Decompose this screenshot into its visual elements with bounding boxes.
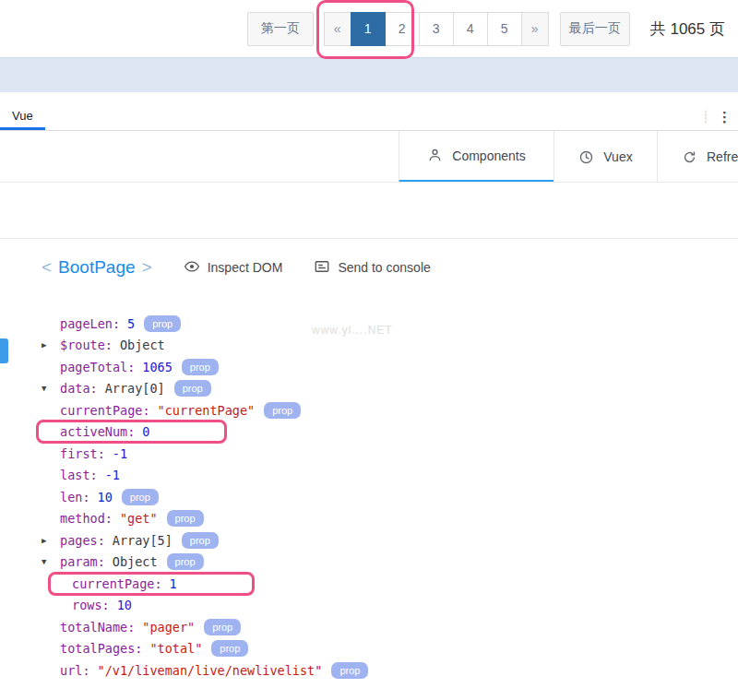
components-icon: [427, 148, 443, 163]
prop-row: pageTotal1065prop: [42, 356, 738, 378]
devtools-tab-vuex[interactable]: Vuex: [554, 131, 657, 183]
devtools-toolbar: ComponentsVuexRefresh: [0, 131, 738, 183]
selected-component-title[interactable]: <BootPage>: [42, 257, 152, 278]
disclosure-triangle-icon[interactable]: ▶: [42, 536, 60, 545]
inspect-dom-label: Inspect DOM: [208, 260, 283, 275]
eye-icon: [184, 258, 200, 278]
prop-value: Object: [120, 338, 165, 352]
prop-badge: prop: [167, 510, 204, 527]
prop-value: 10: [117, 598, 132, 612]
prop-key: $route: [60, 338, 113, 352]
prop-row: last-1: [42, 465, 738, 487]
tab-vue[interactable]: Vue: [0, 103, 45, 130]
prop-value: Array[5]: [113, 533, 173, 548]
devtools-tab-label: Components: [452, 148, 525, 163]
next-page-button[interactable]: »: [521, 12, 549, 46]
prop-key: totalPages: [60, 641, 142, 656]
page-button-1[interactable]: 1: [351, 12, 386, 46]
prop-value: Array[0]: [105, 381, 165, 396]
prop-key: totalName: [60, 620, 135, 635]
overflow-menu-icon[interactable]: ⋮: [718, 109, 732, 125]
prop-value: "currentPage": [158, 403, 256, 418]
page-number-group: «12345»: [325, 12, 549, 46]
prop-row: ▶$routeObject: [42, 335, 738, 357]
prop-value: 1065: [142, 360, 173, 374]
angle-close: >: [142, 257, 152, 277]
prop-badge: prop: [204, 619, 241, 635]
component-name: BootPage: [58, 257, 135, 277]
disclosure-triangle-icon[interactable]: ▼: [42, 384, 60, 393]
page-button-3[interactable]: 3: [419, 12, 454, 46]
prop-row: pageLen5prop: [42, 313, 738, 335]
prop-row: totalPages"total"prop: [42, 638, 738, 660]
prop-row: url"/v1/liveman/live/newlivelist"prop: [42, 659, 738, 682]
divider-dots-icon: ┊: [702, 110, 709, 124]
prev-page-button[interactable]: «: [324, 12, 351, 46]
prop-content: ▼paramObjectprop: [42, 553, 204, 570]
highlight-annotation: currentPage1: [54, 576, 177, 591]
prop-content: last-1: [42, 468, 120, 482]
devtools-toolbar-tabs: ComponentsVuexRefresh: [399, 131, 738, 183]
prop-key: len: [60, 490, 90, 504]
prop-badge: prop: [174, 380, 211, 397]
send-to-console-button[interactable]: Send to console: [314, 258, 430, 278]
prop-row: first-1: [42, 443, 738, 465]
prop-value: Object: [113, 554, 158, 569]
prop-content: ▼dataArray[0]prop: [42, 380, 211, 397]
refresh-icon: [682, 149, 697, 165]
devtools-panel-tabbar: Vue ┊ ⋮: [0, 103, 738, 131]
prop-content: pageLen5prop: [42, 315, 181, 332]
prop-value: 1: [170, 576, 177, 591]
prop-value: 5: [127, 316, 135, 331]
prop-badge: prop: [331, 662, 368, 679]
prop-badge: prop: [122, 489, 159, 505]
prop-row: len10prop: [42, 486, 738, 508]
disclosure-triangle-icon[interactable]: ▼: [42, 557, 60, 566]
screen: 第一页 «12345» 最后一页 共 1065 页 Vue ┊ ⋮ Compon…: [0, 0, 738, 700]
prop-content: ▶pagesArray[5]prop: [42, 532, 219, 549]
prop-badge: prop: [167, 553, 204, 570]
send-to-console-label: Send to console: [338, 260, 430, 275]
total-pages-label: 共 1065 页: [650, 18, 725, 40]
prop-content: pageTotal1065prop: [42, 359, 219, 375]
vuex-icon: [578, 149, 594, 165]
disclosure-triangle-icon[interactable]: ▶: [42, 340, 60, 350]
devtools-tab-components[interactable]: Components: [399, 131, 554, 183]
prop-key: last: [60, 468, 98, 482]
prop-row: activeNum0: [42, 421, 738, 444]
tab-vue-label: Vue: [12, 109, 33, 123]
prop-key: url: [60, 663, 90, 678]
page-button-4[interactable]: 4: [453, 12, 488, 46]
prop-badge: prop: [264, 402, 301, 419]
prop-row: method"get"prop: [42, 508, 738, 530]
drawer-handle[interactable]: [0, 338, 8, 363]
first-page-button[interactable]: 第一页: [247, 12, 314, 46]
prop-value: 0: [142, 424, 149, 439]
highlight-annotation: activeNum0: [42, 424, 149, 439]
devtools-tab-refresh[interactable]: Refresh: [657, 131, 738, 183]
prop-key: activeNum: [60, 424, 135, 439]
prop-key: data: [60, 381, 98, 396]
last-page-button[interactable]: 最后一页: [560, 12, 630, 46]
page-button-5[interactable]: 5: [487, 12, 522, 46]
prop-key: method: [60, 511, 113, 526]
prop-content: method"get"prop: [42, 510, 204, 527]
prop-row: ▼dataArray[0]prop: [42, 378, 738, 400]
prop-content: totalName"pager"prop: [42, 619, 241, 635]
prop-key: currentPage: [72, 576, 162, 591]
prop-row: rows10: [42, 595, 738, 617]
page-button-2[interactable]: 2: [385, 12, 420, 46]
prop-content: len10prop: [42, 489, 159, 505]
devtools-tab-label: Refresh: [707, 149, 738, 164]
prop-key: rows: [72, 598, 110, 612]
pagination: 第一页 «12345» 最后一页 共 1065 页: [0, 0, 738, 57]
prop-content: rows10: [54, 598, 132, 612]
prop-badge: prop: [211, 640, 248, 657]
prop-badge: prop: [182, 532, 219, 549]
table-footer-band: [0, 57, 738, 92]
inspect-dom-button[interactable]: Inspect DOM: [184, 258, 283, 278]
prop-key: pageTotal: [60, 360, 135, 374]
prop-content: url"/v1/liveman/live/newlivelist"prop: [42, 662, 368, 679]
prop-badge: prop: [144, 315, 181, 332]
prop-content: currentPage"currentPage"prop: [42, 402, 301, 419]
